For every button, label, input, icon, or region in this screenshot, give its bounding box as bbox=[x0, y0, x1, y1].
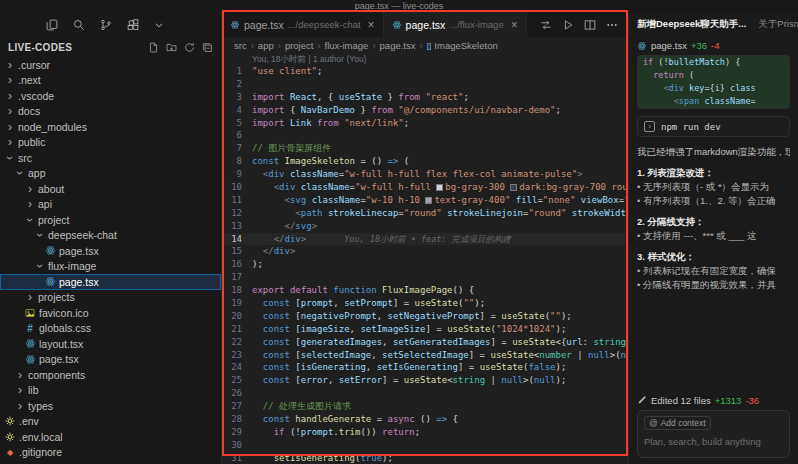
new-folder-icon[interactable] bbox=[166, 42, 177, 53]
tree-item-components[interactable]: ›components bbox=[0, 367, 221, 383]
chevron-down-icon[interactable] bbox=[154, 20, 164, 30]
code-line-13[interactable]: 13 </svg> bbox=[222, 220, 628, 233]
code-line-18[interactable]: 18export default function FluxImagePage(… bbox=[222, 284, 628, 297]
breadcrumb-symbol[interactable]: ImageSkeleton bbox=[434, 40, 497, 51]
code-line-28[interactable]: 28 const handleGenerate = async () => { bbox=[222, 413, 628, 426]
line-number: 11 bbox=[222, 194, 252, 207]
line-number: 18 bbox=[222, 284, 252, 297]
new-file-icon[interactable] bbox=[148, 42, 159, 53]
editor-group: page.tsx.../deepseek-chat×page.tsx.../fl… bbox=[222, 12, 628, 464]
code-line-1[interactable]: 1"use client"; bbox=[222, 65, 628, 78]
code-line-31[interactable]: 31 setIsGenerating(true); bbox=[222, 452, 628, 464]
breadcrumb-item[interactable]: project bbox=[285, 40, 314, 51]
code-line-25[interactable]: 25 const [error, setError] = useState<st… bbox=[222, 374, 628, 387]
chat-input[interactable]: @Add context Plan, search, build anythin… bbox=[637, 410, 790, 458]
add-context-button[interactable]: @Add context bbox=[644, 416, 711, 430]
run-icon[interactable] bbox=[562, 19, 574, 31]
code-area[interactable]: You, 18小时前 | 1 author (You)1"use client"… bbox=[222, 54, 628, 464]
split-editor-icon[interactable] bbox=[584, 19, 596, 31]
window-title: page.tsx — live-codes bbox=[0, 0, 798, 12]
refresh-icon[interactable] bbox=[184, 42, 195, 53]
tree-item-page.tsx[interactable]: page.tsx bbox=[0, 243, 221, 259]
code-line-23[interactable]: 23 const [selectedImage, setSelectedImag… bbox=[222, 349, 628, 362]
code-line-5[interactable]: 5import Link from "next/link"; bbox=[222, 117, 628, 130]
chat-tab[interactable]: 关于Prism... bbox=[758, 18, 798, 31]
code-line-20[interactable]: 20 const [negativePrompt, setNegativePro… bbox=[222, 310, 628, 323]
edited-files-summary[interactable]: Edited 12 files +1313 -36 bbox=[637, 390, 790, 410]
search-icon[interactable] bbox=[73, 19, 85, 31]
breadcrumb-item[interactable]: app bbox=[258, 40, 274, 51]
code-line-14[interactable]: 14 </div>You, 18小时前 • feat: 完成项目的构建 bbox=[222, 233, 628, 246]
code-line-8[interactable]: 8const ImageSkeleton = () => ( bbox=[222, 155, 628, 168]
code-line-11[interactable]: 11 <svg className="w-10 h-10 text-gray-4… bbox=[222, 194, 628, 207]
close-icon[interactable]: × bbox=[511, 20, 518, 30]
code-line-12[interactable]: 12 <path strokeLinecap="round" strokeLin… bbox=[222, 207, 628, 220]
code-line-22[interactable]: 22 const [generatedImages, setGeneratedI… bbox=[222, 336, 628, 349]
tree-item-page.tsx[interactable]: page.tsx bbox=[0, 352, 221, 368]
code-line-7[interactable]: 7// 图片骨架屏组件 bbox=[222, 142, 628, 155]
tree-item-app[interactable]: ›app bbox=[0, 166, 221, 182]
code-line-16[interactable]: 16); bbox=[222, 258, 628, 271]
terminal-command[interactable]: › npm run dev bbox=[637, 116, 790, 137]
tree-item-.next[interactable]: ›.next bbox=[0, 73, 221, 89]
added-count: +36 bbox=[691, 40, 707, 51]
codelens[interactable]: You, 18小时前 | 1 author (You) bbox=[252, 54, 628, 65]
explorer-section-header[interactable]: LIVE-CODES bbox=[0, 37, 221, 57]
code-line-10[interactable]: 10 <div className="w-full h-full bg-gray… bbox=[222, 181, 628, 194]
editor-tab-deepseek-chat[interactable]: page.tsx.../deepseek-chat× bbox=[222, 12, 384, 37]
code-line-21[interactable]: 21 const [imageSize, setImageSize] = use… bbox=[222, 323, 628, 336]
tree-item-public[interactable]: ›public bbox=[0, 135, 221, 151]
breadcrumb-item[interactable]: page.tsx bbox=[380, 40, 416, 51]
code-line-9[interactable]: 9 <div className="w-full h-full flex fle… bbox=[222, 168, 628, 181]
compare-icon[interactable] bbox=[540, 19, 552, 31]
tree-item-types[interactable]: ›types bbox=[0, 398, 221, 414]
close-icon[interactable]: × bbox=[368, 20, 375, 30]
files-icon[interactable] bbox=[46, 19, 58, 31]
code-line-29[interactable]: 29 if (!prompt.trim()) return; bbox=[222, 426, 628, 439]
code-line-30[interactable]: 30 bbox=[222, 439, 628, 452]
tree-item-deepseek-chat[interactable]: ›deepseek-chat bbox=[0, 228, 221, 244]
code-line-4[interactable]: 4import { NavBarDemo } from "@/component… bbox=[222, 104, 628, 117]
breadcrumb-item[interactable]: src bbox=[234, 40, 247, 51]
tree-item-about[interactable]: ›about bbox=[0, 181, 221, 197]
code-line-19[interactable]: 19 const [prompt, setPrompt] = useState(… bbox=[222, 297, 628, 310]
breadcrumb-item[interactable]: flux-image bbox=[325, 40, 369, 51]
tree-item-page.tsx[interactable]: page.tsx bbox=[0, 274, 221, 290]
code-line-6[interactable]: 6 bbox=[222, 129, 628, 142]
code-line-27[interactable]: 27 // 处理生成图片请求 bbox=[222, 400, 628, 413]
tree-item-layout.tsx[interactable]: layout.tsx bbox=[0, 336, 221, 352]
extensions-icon[interactable] bbox=[127, 19, 139, 31]
code-line-26[interactable]: 26 bbox=[222, 387, 628, 400]
tree-item-.vscode[interactable]: ›.vscode bbox=[0, 88, 221, 104]
tree-item-api[interactable]: ›api bbox=[0, 197, 221, 213]
editor-tab-flux-image[interactable]: page.tsx.../flux-image× bbox=[384, 12, 527, 37]
chevron-right-icon: › bbox=[4, 120, 16, 134]
tree-item-project[interactable]: ›project bbox=[0, 212, 221, 228]
collapse-all-icon[interactable] bbox=[202, 42, 213, 53]
edited-file-row[interactable]: page.tsx +36 -4 bbox=[629, 37, 798, 55]
chevron-right-icon: › bbox=[4, 104, 16, 118]
code-line-3[interactable]: 3import React, { useState } from "react"… bbox=[222, 91, 628, 104]
code-line-2[interactable]: 2 bbox=[222, 78, 628, 91]
code-line-17[interactable]: 17 bbox=[222, 271, 628, 284]
tree-item-projects[interactable]: ›projects bbox=[0, 290, 221, 306]
tree-item-globals.css[interactable]: #globals.css bbox=[0, 321, 221, 337]
tree-item-favicon.ico[interactable]: favicon.ico bbox=[0, 305, 221, 321]
more-actions-icon[interactable] bbox=[606, 19, 618, 31]
tree-item-.env.local[interactable]: .env.local bbox=[0, 429, 221, 445]
tree-item-lib[interactable]: ›lib bbox=[0, 383, 221, 399]
tree-item-docs[interactable]: ›docs bbox=[0, 104, 221, 120]
tree-item-.env[interactable]: .env bbox=[0, 414, 221, 430]
chat-tab[interactable]: 新增Deepseek聊天助手... bbox=[637, 18, 746, 31]
diff-preview[interactable]: if (!bulletMatch) { return ( <div key={i… bbox=[637, 55, 790, 109]
tree-item-.gitignore[interactable]: ◆.gitignore bbox=[0, 445, 221, 461]
tree-item-flux-image[interactable]: ›flux-image bbox=[0, 259, 221, 275]
code-line-15[interactable]: 15 </div> bbox=[222, 245, 628, 258]
tree-item-src[interactable]: ›src bbox=[0, 150, 221, 166]
tree-item-.cursor[interactable]: ›.cursor bbox=[0, 57, 221, 73]
tree-item-node_modules[interactable]: ›node_modules bbox=[0, 119, 221, 135]
tab-description: .../flux-image bbox=[449, 19, 503, 30]
code-line-24[interactable]: 24 const [isGenerating, setIsGenerating]… bbox=[222, 361, 628, 374]
source-control-icon[interactable] bbox=[100, 19, 112, 31]
react-icon bbox=[230, 20, 240, 30]
